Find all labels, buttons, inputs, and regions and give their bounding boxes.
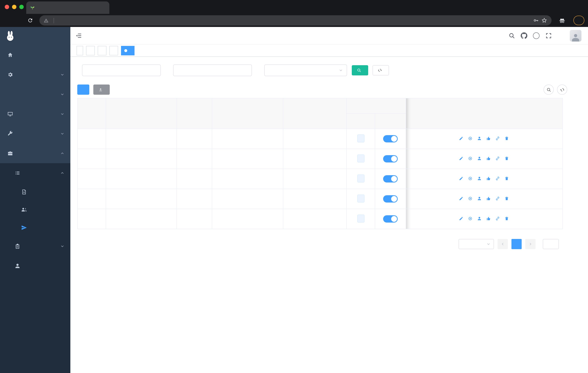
edit-process-link[interactable] (459, 196, 464, 201)
link-icon (495, 176, 500, 181)
avatar[interactable] (570, 30, 581, 41)
list-icon (15, 170, 21, 176)
refresh-table-button[interactable] (557, 84, 567, 95)
assign-rule-link[interactable] (477, 156, 483, 161)
edit-process-link[interactable] (459, 176, 464, 181)
fullscreen-icon[interactable] (545, 32, 552, 39)
active-toggle[interactable] (383, 215, 398, 222)
target-icon (468, 136, 472, 141)
edit-process-link[interactable] (459, 216, 464, 221)
sidebar-item-task-management[interactable] (0, 236, 70, 256)
chevron-down-icon (60, 72, 64, 77)
prev-page-button[interactable] (498, 239, 508, 249)
page-number-current[interactable] (511, 239, 522, 249)
process-definition-link[interactable] (495, 156, 501, 161)
publish-process-link[interactable] (486, 156, 492, 161)
assign-rule-link[interactable] (477, 176, 483, 181)
publish-process-link[interactable] (486, 136, 492, 141)
active-toggle[interactable] (383, 175, 398, 182)
create-process-button[interactable] (77, 84, 89, 95)
publish-process-link[interactable] (486, 196, 492, 201)
reload-button[interactable] (26, 16, 35, 25)
link-icon (495, 136, 500, 141)
delete-link[interactable] (504, 156, 510, 161)
goto-page-input[interactable] (543, 239, 559, 249)
back-button[interactable] (4, 16, 13, 25)
tag-process-model[interactable] (121, 46, 135, 55)
page-size-select[interactable] (459, 239, 494, 249)
version-tag (357, 154, 364, 162)
sidebar-item-workflow[interactable] (0, 143, 70, 163)
design-process-link[interactable] (468, 156, 473, 161)
zoom-window-button[interactable] (19, 5, 24, 9)
process-definition-link[interactable] (495, 196, 501, 201)
url-divider (53, 18, 54, 23)
tag-home[interactable] (77, 46, 83, 55)
sidebar-item-user-group[interactable] (0, 201, 70, 219)
reset-button[interactable] (373, 65, 389, 75)
sidebar-item-infrastructure[interactable] (0, 104, 70, 124)
process-name-input[interactable] (173, 64, 252, 76)
sidebar-item-devtools[interactable] (0, 124, 70, 143)
minimize-window-button[interactable] (12, 5, 16, 9)
tab-close-icon[interactable] (101, 5, 106, 10)
delete-link[interactable] (504, 136, 510, 141)
sidebar-item-process-form[interactable] (0, 183, 70, 201)
pencil-icon (459, 176, 463, 181)
thumb-up-icon (486, 156, 491, 161)
next-page-button[interactable] (525, 239, 536, 249)
chevron-down-icon (60, 131, 64, 136)
close-window-button[interactable] (5, 5, 9, 9)
link-icon (495, 216, 500, 221)
assign-rule-link[interactable] (477, 216, 483, 221)
header-search-icon[interactable] (508, 32, 515, 39)
toggle-search-button[interactable] (544, 84, 554, 95)
collapse-sidebar-icon[interactable] (75, 32, 82, 39)
process-definition-link[interactable] (495, 176, 501, 181)
publish-process-link[interactable] (486, 176, 492, 181)
col-header-version (346, 113, 375, 129)
assign-rule-link[interactable] (477, 136, 483, 141)
process-definition-link[interactable] (495, 216, 501, 221)
sidebar-item-process-model[interactable] (0, 219, 70, 236)
sidebar-item-leave-query[interactable] (0, 256, 70, 276)
sidebar-item-process-management[interactable] (0, 163, 70, 183)
sidebar-item-payment[interactable] (0, 84, 70, 104)
design-process-link[interactable] (468, 196, 473, 201)
forward-button[interactable] (15, 16, 24, 25)
key-icon[interactable] (533, 18, 539, 23)
edit-process-link[interactable] (459, 136, 464, 141)
assign-rule-link[interactable] (477, 196, 483, 201)
delete-link[interactable] (504, 216, 510, 221)
design-process-link[interactable] (468, 176, 473, 181)
github-icon[interactable] (521, 32, 527, 39)
update-browser-button[interactable] (573, 16, 584, 25)
tag-process-form[interactable] (109, 46, 118, 55)
process-category-select[interactable] (264, 64, 347, 76)
active-toggle[interactable] (383, 155, 398, 162)
sidebar-item-system[interactable] (0, 65, 70, 84)
tab-strip (0, 0, 588, 14)
font-size-icon[interactable] (557, 32, 564, 39)
tag-my-process[interactable] (98, 46, 106, 55)
delete-link[interactable] (504, 196, 510, 201)
bookmark-star-icon[interactable] (541, 18, 547, 23)
search-button[interactable] (352, 65, 368, 75)
import-process-button[interactable] (93, 84, 110, 95)
tag-tenant-management[interactable] (86, 46, 95, 55)
edit-process-link[interactable] (459, 156, 464, 161)
user-icon (477, 196, 481, 201)
design-process-link[interactable] (468, 216, 473, 221)
sidebar-item-home[interactable] (0, 45, 70, 65)
browser-tab[interactable] (26, 1, 109, 14)
active-toggle[interactable] (383, 135, 398, 142)
design-process-link[interactable] (468, 136, 473, 141)
address-bar[interactable] (39, 15, 552, 26)
process-definition-link[interactable] (495, 136, 501, 141)
process-key-input[interactable] (82, 64, 161, 76)
help-icon[interactable] (533, 32, 539, 39)
publish-process-link[interactable] (486, 216, 492, 221)
search-form (77, 64, 562, 76)
delete-link[interactable] (504, 176, 510, 181)
active-toggle[interactable] (383, 195, 398, 202)
